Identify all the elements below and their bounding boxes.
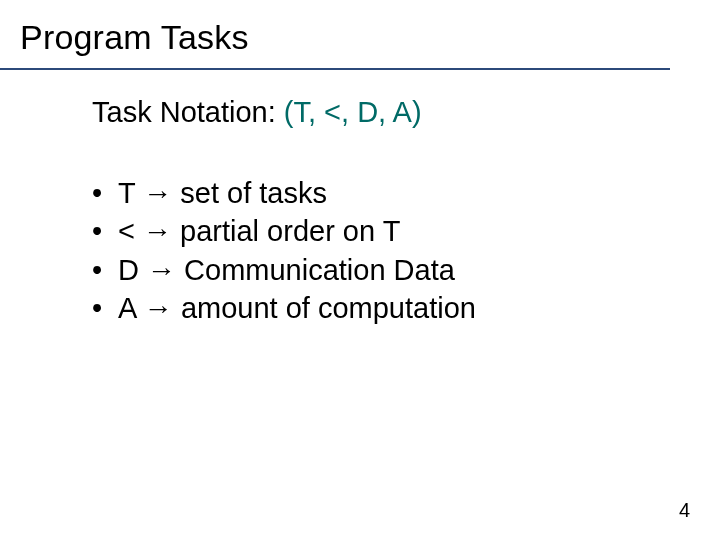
bullet-icon: • xyxy=(92,212,118,250)
item-symbol: < xyxy=(118,215,135,247)
bullet-icon: • xyxy=(92,289,118,327)
arrow-icon: → xyxy=(144,292,173,324)
list-item: •< → partial order on T xyxy=(92,212,476,250)
slide: Program Tasks Task Notation: (T, <, D, A… xyxy=(0,0,720,540)
list-item: •A → amount of computation xyxy=(92,289,476,327)
item-desc: amount of computation xyxy=(181,292,476,324)
list-item: •D → Communication Data xyxy=(92,251,476,289)
notation-label: Task Notation: xyxy=(92,96,284,128)
item-desc: partial order on T xyxy=(180,215,400,247)
arrow-icon: → xyxy=(147,254,176,286)
title-underline xyxy=(0,68,670,70)
arrow-icon: → xyxy=(143,177,172,209)
list-item: •T → set of tasks xyxy=(92,174,476,212)
task-notation-line: Task Notation: (T, <, D, A) xyxy=(92,96,422,129)
arrow-icon: → xyxy=(143,215,172,247)
item-symbol: A xyxy=(118,292,136,324)
page-number: 4 xyxy=(679,499,690,522)
item-symbol: T xyxy=(118,177,135,209)
bullet-icon: • xyxy=(92,174,118,212)
bullet-icon: • xyxy=(92,251,118,289)
item-desc: set of tasks xyxy=(180,177,327,209)
item-symbol: D xyxy=(118,254,139,286)
item-desc: Communication Data xyxy=(184,254,455,286)
notation-tuple: (T, <, D, A) xyxy=(284,96,422,128)
slide-title: Program Tasks xyxy=(20,18,249,57)
bullet-list: •T → set of tasks •< → partial order on … xyxy=(92,174,476,327)
